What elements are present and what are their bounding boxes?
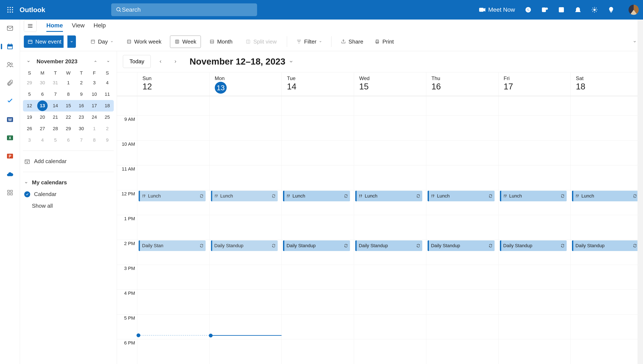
mini-day[interactable]: 14 [50,100,61,111]
tab-help[interactable]: Help [94,20,106,32]
mini-calendar-toggle[interactable] [24,57,33,66]
time-slot[interactable] [571,314,643,339]
time-slot[interactable] [137,165,209,190]
time-slot[interactable] [499,215,571,240]
time-slot[interactable] [499,264,571,290]
mini-day[interactable]: 1 [89,124,100,134]
time-slot[interactable] [571,339,643,364]
time-slot[interactable] [499,290,571,314]
time-slot[interactable] [499,165,571,190]
time-slot[interactable] [137,264,209,290]
time-slot[interactable] [282,165,354,190]
app-launcher-button[interactable] [2,0,19,20]
mini-day[interactable]: 17 [89,100,100,111]
rail-todo[interactable] [6,97,14,105]
notifications-button[interactable] [574,6,581,13]
mini-day[interactable]: 20 [37,112,48,122]
tab-home[interactable]: Home [46,20,63,32]
mini-day[interactable]: 2 [102,124,112,134]
view-week-button[interactable]: Week [170,36,201,48]
event-standup[interactable]: Daily Standup [500,240,567,251]
time-slot[interactable] [571,116,643,140]
event-standup[interactable]: Daily Standup [572,240,639,251]
time-slot[interactable] [354,264,426,290]
time-slot[interactable] [571,264,643,290]
mini-day[interactable]: 24 [89,112,100,122]
mini-day[interactable]: 29 [63,124,74,134]
time-slot[interactable] [354,215,426,240]
time-slot[interactable] [137,116,209,140]
day-header[interactable]: Tue14 [282,72,354,96]
mini-day[interactable]: 28 [50,124,61,134]
day-column[interactable]: LunchDaily Standup [426,96,499,364]
time-slot[interactable] [499,140,571,165]
rail-people[interactable] [6,61,14,69]
mini-day[interactable]: 13 [37,100,48,111]
day-column[interactable]: LunchDaily Stan [137,96,210,364]
mini-day[interactable]: 29 [24,78,35,88]
calendar-entry[interactable]: Calendar [23,188,114,200]
skype-button[interactable]: S [525,6,532,13]
tab-view[interactable]: View [72,20,85,32]
mini-day[interactable]: 21 [50,112,61,122]
teams-button[interactable] [541,6,548,13]
calendar-grid[interactable]: 8 AM9 AM10 AM11 AM12 PM1 PM2 PM3 PM4 PM5… [117,96,643,364]
time-slot[interactable] [210,96,282,116]
day-header[interactable]: Wed15 [354,72,426,96]
time-slot[interactable] [571,215,643,240]
mini-day[interactable]: 8 [89,135,100,146]
event-standup[interactable]: Daily Standup [283,240,350,251]
view-day-button[interactable]: Day [86,36,118,48]
event-lunch[interactable]: Lunch [283,191,350,201]
time-slot[interactable] [210,165,282,190]
filter-button[interactable]: Filter [293,36,326,47]
time-slot[interactable] [282,264,354,290]
time-slot[interactable] [210,290,282,314]
day-header[interactable]: Thu16 [426,72,499,96]
mini-day[interactable]: 30 [76,124,87,134]
time-slot[interactable] [499,96,571,116]
mini-day[interactable]: 8 [63,89,74,100]
event-standup[interactable]: Daily Standup [211,240,278,251]
week-prev-button[interactable] [155,56,166,67]
mini-day[interactable]: 11 [102,89,112,100]
time-slot[interactable] [282,290,354,314]
event-standup[interactable]: Daily Standup [355,240,422,251]
day-column[interactable]: LunchDaily Standup [282,96,354,364]
rail-files[interactable] [6,79,14,87]
tips-button[interactable] [608,6,614,13]
new-event-dropdown[interactable] [67,36,76,48]
time-slot[interactable] [354,339,426,364]
time-slot[interactable] [571,165,643,190]
time-slot[interactable] [137,290,209,314]
mini-day[interactable]: 26 [24,124,35,134]
day-header[interactable]: Sun12 [137,72,210,96]
mini-day[interactable]: 9 [76,89,87,100]
mini-day[interactable]: 1 [63,78,74,88]
mini-day[interactable]: 4 [37,135,48,146]
mini-day[interactable]: 23 [76,112,87,122]
event-lunch[interactable]: Lunch [211,191,278,201]
event-lunch[interactable]: Lunch [500,191,567,201]
time-slot[interactable] [137,215,209,240]
time-slot[interactable] [137,339,209,364]
time-slot[interactable] [571,290,643,314]
day-column[interactable]: LunchDaily Standup [499,96,571,364]
day-column[interactable]: LunchDaily Standup [210,96,282,364]
time-slot[interactable] [354,140,426,165]
right-scrollbar[interactable] [637,20,643,364]
search-box[interactable] [111,4,257,16]
time-slot[interactable] [210,339,282,364]
view-work-week-button[interactable]: Work week [122,36,166,48]
rail-powerpoint[interactable]: P [6,152,14,160]
mini-day[interactable]: 7 [50,89,61,100]
view-month-button[interactable]: Month [205,36,237,48]
time-slot[interactable] [499,116,571,140]
event-lunch[interactable]: Lunch [427,191,495,201]
mini-day[interactable]: 3 [24,135,35,146]
mini-day[interactable]: 6 [37,89,48,100]
show-all-calendars[interactable]: Show all [31,200,114,212]
time-slot[interactable] [571,140,643,165]
day-column[interactable]: LunchDaily Standup [571,96,643,364]
mini-day[interactable]: 18 [102,100,112,111]
